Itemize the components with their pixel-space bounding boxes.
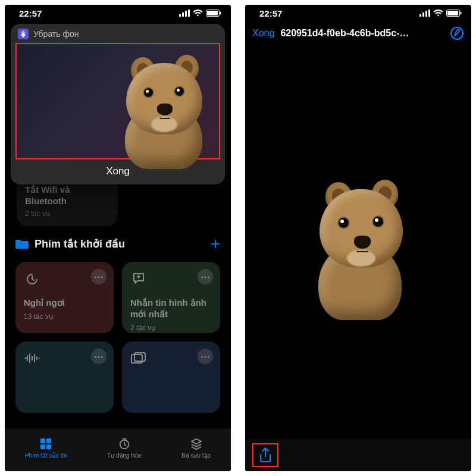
shortcut-tile-audio[interactable]: ⋯ (15, 342, 114, 413)
shortcut-tile-message-image[interactable]: ⋯ Nhắn tin hình ảnh mới nhất 2 tác vụ (122, 262, 220, 333)
svg-rect-19 (428, 10, 430, 17)
tab-automation[interactable]: Tự động hóa (107, 437, 141, 459)
quokka-cutout (302, 174, 415, 311)
svg-rect-5 (207, 11, 218, 15)
shortcut-card-title: Tắt Wifi và Bluetooth (25, 184, 109, 207)
tab-bar: Phím tắt của tôi Tự động hóa Bộ sưu tập (5, 428, 231, 471)
section-title: Phím tắt khởi đầu (35, 237, 125, 250)
bottom-toolbar (245, 439, 471, 471)
svg-rect-11 (46, 439, 51, 443)
overlay-app-label: Убрать фон (33, 29, 79, 39)
shortcut-card-subtitle: 2 tác vụ (25, 209, 109, 218)
tab-label: Bộ sưu tập (181, 452, 211, 459)
svg-rect-13 (46, 444, 51, 449)
svg-rect-1 (182, 12, 184, 17)
status-time: 22:57 (259, 8, 282, 18)
back-button[interactable]: Xong (252, 28, 274, 39)
markup-icon[interactable] (450, 26, 464, 40)
tab-my-shortcuts[interactable]: Phím tắt của tôi (25, 437, 67, 459)
svg-rect-16 (419, 14, 421, 17)
svg-rect-2 (185, 11, 187, 17)
svg-rect-0 (179, 14, 181, 17)
tile-menu-button[interactable]: ⋯ (91, 269, 107, 284)
signal-icon (179, 10, 190, 17)
wifi-icon (193, 10, 203, 17)
timer-icon (24, 270, 40, 287)
svg-rect-22 (461, 12, 462, 15)
result-overlay: Убрать фон Xong (11, 24, 225, 184)
tile-menu-button[interactable]: ⋯ (91, 349, 107, 364)
status-bar: 22:57 (5, 5, 231, 21)
svg-rect-17 (422, 12, 424, 17)
status-bar: 22:57 (245, 5, 471, 21)
tile-subtitle: 2 tác vụ (130, 324, 212, 332)
folder-icon (15, 239, 29, 249)
tile-menu-button[interactable]: ⋯ (198, 349, 213, 364)
shortcut-grid: ⋯ Nghỉ ngơi 13 tác vụ ⋯ Nhắn tin hình ản… (15, 262, 220, 413)
shortcut-tile-rest[interactable]: ⋯ Nghỉ ngơi 13 tác vụ (15, 262, 114, 333)
svg-rect-10 (40, 439, 45, 443)
add-shortcut-button[interactable]: + (211, 236, 220, 252)
status-icons (419, 10, 462, 17)
status-icons (179, 10, 221, 17)
message-icon (130, 270, 147, 287)
waveform-icon (24, 350, 40, 367)
svg-rect-12 (40, 444, 45, 449)
battery-icon (446, 10, 462, 17)
nav-bar: Xong 620951d4-f0eb-4c6b-bd5c-… (245, 21, 471, 45)
tile-title: Nhắn tin hình ảnh mới nhất (130, 298, 212, 320)
tile-title: Nghỉ ngơi (24, 298, 105, 309)
file-name: 620951d4-f0eb-4c6b-bd5c-… (280, 28, 444, 39)
shortcut-card-wifi-bt[interactable]: Tắt Wifi và Bluetooth 2 tác vụ (17, 177, 118, 226)
battery-icon (206, 10, 221, 17)
result-image-highlight[interactable] (15, 43, 220, 159)
share-button-highlight[interactable] (252, 443, 278, 467)
share-icon (259, 447, 272, 463)
status-time: 22:57 (19, 8, 42, 18)
tab-label: Phím tắt của tôi (25, 452, 67, 459)
section-header: Phím tắt khởi đầu + (15, 236, 220, 252)
svg-rect-6 (220, 12, 221, 15)
phone-right: 22:57 Xong 620951d4-f0eb-4c6b-bd5c-… (245, 5, 471, 471)
tab-label: Tự động hóa (107, 452, 141, 459)
quokka-image (105, 46, 218, 158)
signal-icon (419, 10, 430, 17)
shortcuts-app-icon (18, 29, 29, 39)
clock-icon (117, 437, 132, 450)
wifi-icon (433, 10, 443, 17)
images-icon (130, 350, 147, 367)
tile-subtitle: 13 tác vụ (24, 312, 105, 321)
tab-gallery[interactable]: Bộ sưu tập (181, 437, 211, 459)
phone-left: 22:57 Tắt Wifi và Bluetooth 2 tác vụ Phí… (5, 5, 231, 471)
svg-rect-3 (188, 10, 190, 17)
image-viewer[interactable] (245, 45, 471, 439)
shortcut-tile-images[interactable]: ⋯ (122, 342, 220, 413)
grid-icon (38, 437, 54, 450)
overlay-header: Убрать фон (11, 24, 225, 43)
tile-menu-button[interactable]: ⋯ (198, 269, 213, 284)
svg-rect-18 (425, 11, 427, 17)
stack-icon (189, 437, 204, 450)
svg-rect-21 (447, 11, 458, 15)
